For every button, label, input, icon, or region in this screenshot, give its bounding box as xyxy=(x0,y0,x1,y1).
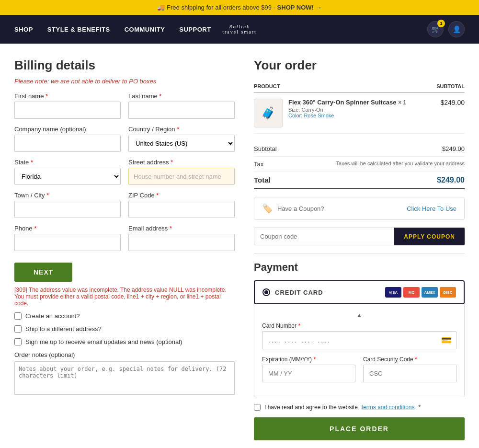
last-name-input[interactable] xyxy=(128,102,235,119)
order-notes-label: Order notes (optional) xyxy=(14,351,235,358)
product-info-row: 🧳 Flex 360° Carry-On Spinner Suitcase × … xyxy=(254,99,432,127)
top-banner: 🚚 Free shipping for all orders above $99… xyxy=(0,0,479,15)
col-product: PRODUCT xyxy=(254,80,432,92)
amex-icon: AMEX xyxy=(422,287,438,298)
company-label: Company name (optional) xyxy=(14,126,121,133)
sign-up-row: Sign me up to receive email updates and … xyxy=(14,338,235,345)
street-label: Street address * xyxy=(128,159,235,166)
last-name-group: Last name * xyxy=(128,92,235,119)
town-input[interactable] xyxy=(14,201,121,218)
apply-coupon-button[interactable]: APPLY COUPON xyxy=(394,228,465,245)
banner-icon: 🚚 xyxy=(157,4,167,11)
ship-different-checkbox[interactable] xyxy=(14,325,22,333)
town-group: Town / City * xyxy=(14,192,121,218)
first-name-input[interactable] xyxy=(14,102,121,119)
shop-now-link[interactable]: SHOP NOW! → xyxy=(277,4,322,11)
country-select[interactable]: United States (US) xyxy=(128,135,235,152)
email-input[interactable] xyxy=(128,234,235,251)
tax-note: Taxes will be calculated after you valid… xyxy=(336,161,465,168)
product-price: $249.00 xyxy=(432,92,465,134)
phone-input[interactable]: +1(234)5678901 xyxy=(14,234,121,251)
billing-title: Billing details xyxy=(14,58,235,73)
phone-email-row: Phone * +1(234)5678901 Email address * xyxy=(14,225,235,251)
ship-different-label: Ship to a different address? xyxy=(25,325,102,333)
main-content: Billing details Please note: we are not … xyxy=(0,44,479,448)
nav-style[interactable]: STYLE & BENEFITS xyxy=(47,26,110,33)
subtotal-label: Subtotal xyxy=(254,145,277,152)
create-account-label: Create an account? xyxy=(25,312,80,320)
card-number-input[interactable] xyxy=(262,331,456,349)
place-order-button[interactable]: PLACE ORDER xyxy=(254,417,465,440)
product-name: Flex 360° Carry-On Spinner Suitcase × 1 xyxy=(288,99,406,106)
discover-icon: DISC xyxy=(440,287,456,298)
chevron-up-icon: ▲ xyxy=(262,312,456,319)
coupon-link[interactable]: Click Here To Use xyxy=(407,205,456,212)
product-color: Color: Rose Smoke xyxy=(288,113,406,118)
create-account-row: Create an account? xyxy=(14,312,235,320)
street-group: Street address * xyxy=(128,159,235,185)
nav-community[interactable]: COMMUNITY xyxy=(125,26,165,33)
cart-button[interactable]: 🛒 1 xyxy=(427,21,444,37)
mastercard-icon: MC xyxy=(403,287,420,298)
credit-card-label: CREDIT CARD xyxy=(275,289,380,296)
card-number-label: Card Number * xyxy=(262,322,456,329)
product-image: 🧳 xyxy=(254,99,283,127)
sign-up-checkbox[interactable] xyxy=(14,338,22,345)
create-account-checkbox[interactable] xyxy=(14,312,22,320)
account-button[interactable]: 👤 xyxy=(448,21,465,37)
radio-button xyxy=(262,288,270,296)
ship-different-row: Ship to a different address? xyxy=(14,325,235,333)
state-label: State * xyxy=(14,159,121,166)
po-note: Please note: we are not able to deliver … xyxy=(14,78,235,85)
expiry-group: Expiration (MM/YY) * xyxy=(262,356,355,382)
card-icons: VISA MC AMEX DISC xyxy=(385,287,456,298)
credit-card-option[interactable]: CREDIT CARD VISA MC AMEX DISC xyxy=(254,280,465,304)
expiry-csc-row: Expiration (MM/YY) * Card Security Code … xyxy=(262,356,456,389)
total-label: Total xyxy=(254,176,271,184)
visa-icon: VISA xyxy=(385,287,401,298)
terms-checkbox[interactable] xyxy=(254,404,261,411)
total-row: Total $249.00 xyxy=(254,172,465,189)
card-number-wrap: 💳 xyxy=(262,331,456,349)
town-label: Town / City * xyxy=(14,192,121,199)
coupon-code-input[interactable] xyxy=(254,228,394,245)
subtotal-value: $249.00 xyxy=(442,145,465,152)
tax-label: Tax xyxy=(254,161,263,168)
street-input[interactable] xyxy=(128,168,235,185)
first-name-label: First name * xyxy=(14,92,121,100)
coupon-icon: 🏷️ xyxy=(262,203,273,214)
country-label: Country / Region * xyxy=(128,126,235,133)
coupon-text: Have a Coupon? xyxy=(277,205,324,212)
section-divider xyxy=(254,253,465,253)
order-notes-textarea[interactable] xyxy=(14,361,235,395)
nav-shop[interactable]: SHOP xyxy=(14,26,33,33)
nav-links: SHOP STYLE & BENEFITS COMMUNITY SUPPORT xyxy=(14,26,211,33)
order-column: Your order PRODUCT SUBTOTAL 🧳 Flex 36 xyxy=(254,58,465,440)
csc-input[interactable] xyxy=(363,365,456,382)
expiry-label: Expiration (MM/YY) * xyxy=(262,356,355,363)
expiry-input[interactable] xyxy=(262,365,355,382)
last-name-label: Last name * xyxy=(128,92,235,100)
tax-row: Tax Taxes will be calculated after you v… xyxy=(254,157,465,172)
name-row: First name * Last name * xyxy=(14,92,235,119)
product-details: Flex 360° Carry-On Spinner Suitcase × 1 … xyxy=(288,99,406,118)
total-value: $249.00 xyxy=(437,176,465,184)
product-row: 🧳 Flex 360° Carry-On Spinner Suitcase × … xyxy=(254,92,465,134)
zip-group: ZIP Code * 00000 xyxy=(128,192,235,218)
company-input[interactable] xyxy=(14,135,121,152)
next-button[interactable]: NEXT xyxy=(14,263,72,282)
card-number-group: Card Number * 💳 xyxy=(262,322,456,349)
zip-input[interactable]: 00000 xyxy=(128,201,235,218)
terms-link[interactable]: terms and conditions xyxy=(362,404,415,411)
subtotal-row: Subtotal $249.00 xyxy=(254,141,465,157)
banner-text: Free shipping for all orders above $99 - xyxy=(167,4,277,11)
payment-title: Payment xyxy=(254,261,465,274)
company-country-row: Company name (optional) Country / Region… xyxy=(14,126,235,152)
state-select[interactable]: Florida xyxy=(14,168,121,185)
nav-support[interactable]: SUPPORT xyxy=(179,26,211,33)
order-title: Your order xyxy=(254,58,465,73)
first-name-group: First name * xyxy=(14,92,121,119)
cart-badge: 1 xyxy=(437,20,445,27)
terms-text: I have read and agree to the website xyxy=(264,404,358,411)
state-street-row: State * Florida Street address * xyxy=(14,159,235,185)
